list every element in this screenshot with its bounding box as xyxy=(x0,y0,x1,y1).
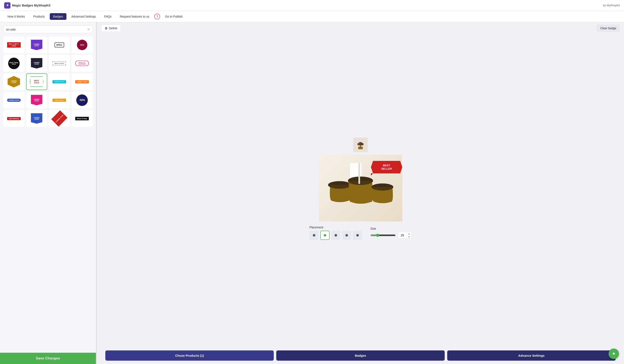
search-input[interactable] xyxy=(6,28,87,31)
clear-badge-button[interactable]: Clear badge xyxy=(597,25,620,32)
nav-badges[interactable]: Badges xyxy=(50,13,66,20)
fab-button[interactable]: ✦ xyxy=(609,349,619,359)
badge-visual: COMING SOON xyxy=(52,80,66,83)
svg-point-17 xyxy=(361,179,362,180)
app-logo: ✦ Magic Badges MyShopKit xyxy=(4,2,50,9)
right-panel: 🗑 Delete Clear badge xyxy=(97,22,624,364)
badge-visual: -50% xyxy=(76,94,88,106)
badge-item[interactable]: Black Friday SALE xyxy=(3,55,25,72)
badge-scroll-area: ✕ BUY 1 GET 1 FREE COMING SOON SPEC -60%… xyxy=(0,22,96,364)
badge-visual: BEST SALE xyxy=(30,77,44,87)
nav-products[interactable]: Products xyxy=(30,13,48,20)
search-bar: ✕ xyxy=(3,26,93,33)
main-nav: How It Works Products Badges Advanced Se… xyxy=(0,11,624,22)
svg-point-13 xyxy=(337,183,338,184)
placement-bottom-left[interactable] xyxy=(331,231,340,240)
nav-advanced-settings[interactable]: Advanced Settings xyxy=(68,13,99,20)
badge-visual: -60% xyxy=(77,40,87,50)
badge-item[interactable]: COMING SOON xyxy=(3,73,25,90)
badge-item[interactable]: COMING SOON xyxy=(3,92,25,108)
product-main-image: BEST SELLER xyxy=(319,155,402,221)
badge-visual: SPEC xyxy=(54,42,64,48)
badge-item[interactable]: BACK TO SHOPPING xyxy=(72,55,93,72)
product-thumbnail xyxy=(353,137,368,152)
badge-visual: COMING SOON xyxy=(31,40,42,50)
badge-item[interactable]: COMING SOON xyxy=(49,110,70,127)
nav-request-features[interactable]: Request features to us xyxy=(116,13,153,20)
size-slider[interactable] xyxy=(370,234,396,237)
svg-point-9 xyxy=(348,177,373,185)
badge-visual: COMING SOON xyxy=(31,58,42,69)
badge-sidebar: ✕ BUY 1 GET 1 FREE COMING SOON SPEC -60%… xyxy=(0,22,96,364)
svg-point-2 xyxy=(360,143,364,145)
placement-options xyxy=(310,231,362,240)
badge-item[interactable]: Cyber Monday xyxy=(3,110,25,127)
nav-go-to-publish[interactable]: Go to Publish xyxy=(162,13,186,20)
badge-item[interactable]: COMING SOON xyxy=(26,55,47,72)
size-label: Size xyxy=(370,227,412,230)
logo-icon: ✦ xyxy=(4,2,10,9)
svg-rect-4 xyxy=(358,147,363,149)
svg-point-19 xyxy=(380,185,381,187)
badge-item[interactable]: -50% xyxy=(72,92,93,108)
placement-center[interactable] xyxy=(353,231,362,240)
badge-visual: Black Friday SALE xyxy=(8,58,20,69)
svg-point-20 xyxy=(384,185,385,186)
placement-bottom-right[interactable] xyxy=(342,231,351,240)
bottom-actions: Chose Products (1) Badges Advance Settin… xyxy=(97,347,624,364)
placement-control: Placement xyxy=(310,226,362,240)
svg-point-15 xyxy=(340,184,341,185)
right-toolbar: 🗑 Delete Clear badge xyxy=(97,22,624,34)
size-arrows: ▲ ▼ xyxy=(407,232,412,238)
badge-item[interactable]: Black Friday xyxy=(72,110,93,127)
badge-item[interactable]: COMING SOON xyxy=(26,110,47,127)
thumbnail-image xyxy=(355,140,366,150)
advance-settings-button[interactable]: Advance Settings xyxy=(447,350,616,361)
badge-visual: BACK TO SHOPPING xyxy=(75,61,89,66)
badge-item[interactable]: -60% xyxy=(72,37,93,53)
svg-point-18 xyxy=(363,180,364,181)
placement-dot-icon xyxy=(335,234,337,236)
app-title: Magic Badges MyShopKit xyxy=(12,3,50,7)
placement-dot-icon xyxy=(313,234,315,236)
help-icon[interactable]: ? xyxy=(154,14,160,19)
nav-how-it-works[interactable]: How It Works xyxy=(4,13,28,20)
size-control: Size 25 ▲ ▼ xyxy=(370,227,412,239)
search-clear-icon[interactable]: ✕ xyxy=(87,27,90,31)
badge-visual: COMING SOON xyxy=(51,110,68,127)
svg-point-12 xyxy=(372,183,393,191)
badge-visual: COMING SOON xyxy=(31,95,42,105)
placement-top-left[interactable] xyxy=(310,231,319,240)
product-preview: BEST SELLER Placement xyxy=(97,34,624,347)
badge-item[interactable]: Back in Stock xyxy=(49,55,70,72)
badge-visual: Black Friday xyxy=(75,117,89,120)
badge-visual: Out of stock xyxy=(52,99,66,102)
placement-dot-icon xyxy=(345,234,348,236)
badges-button[interactable]: Badges xyxy=(276,350,445,361)
choose-products-button[interactable]: Chose Products (1) xyxy=(105,350,274,361)
badge-item[interactable]: COMING SOON xyxy=(26,37,47,53)
svg-point-7 xyxy=(328,181,351,189)
placement-top-right[interactable] xyxy=(320,231,330,240)
size-up-arrow[interactable]: ▲ xyxy=(407,232,412,235)
badge-item[interactable]: Out of stock xyxy=(49,92,70,108)
delete-button[interactable]: 🗑 Delete xyxy=(101,25,121,32)
placement-dot-icon xyxy=(324,234,326,236)
svg-text:BEST: BEST xyxy=(383,164,390,167)
badge-item[interactable]: COMING SOON xyxy=(26,92,47,108)
svg-text:SELLER: SELLER xyxy=(381,167,392,170)
badge-item[interactable]: COMING SOON xyxy=(49,73,70,90)
badge-item[interactable]: BEST SALE xyxy=(26,73,47,90)
badge-item[interactable]: SPEC xyxy=(49,37,70,53)
controls-row: Placement xyxy=(301,221,420,244)
badge-item[interactable]: COMING SOON xyxy=(72,73,93,90)
nav-faqs[interactable]: FAQs xyxy=(101,13,115,20)
badge-visual: COMING SOON xyxy=(7,99,21,102)
save-changes-button[interactable]: Save Changes xyxy=(0,353,96,364)
size-down-arrow[interactable]: ▼ xyxy=(407,235,412,238)
badge-item[interactable]: BUY 1 GET 1 FREE xyxy=(3,37,25,53)
product-badge-overlay: BEST SELLER xyxy=(371,159,402,176)
trash-icon: 🗑 xyxy=(105,26,108,30)
placement-label: Placement xyxy=(310,226,362,229)
badge-visual: Cyber Monday xyxy=(7,117,21,120)
